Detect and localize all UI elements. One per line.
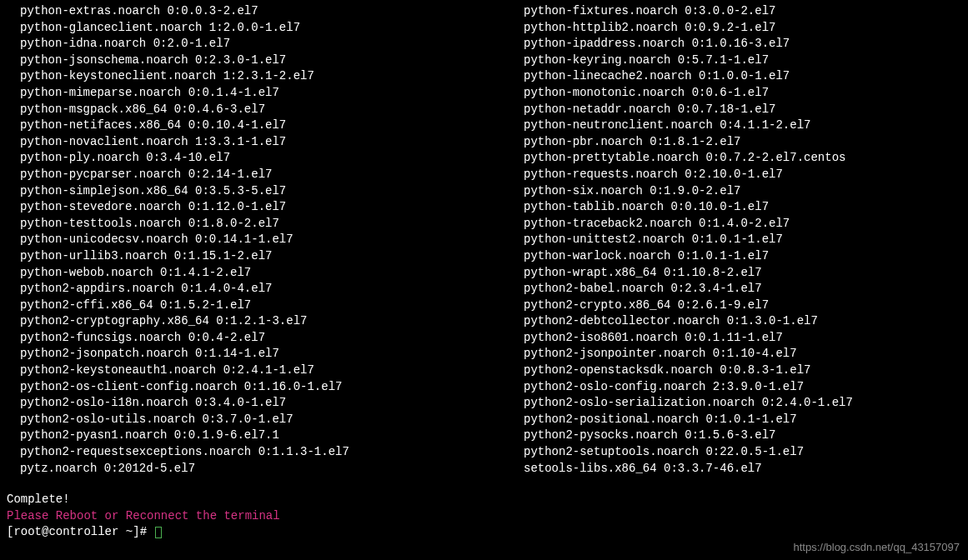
package-line: python-novaclient.noarch 1:3.3.1-1.el7	[20, 134, 507, 151]
package-line: python-ply.noarch 0:3.4-10.el7	[20, 150, 507, 167]
package-line: python-webob.noarch 0:1.4.1-2.el7	[20, 265, 507, 282]
package-line: python-keyring.noarch 0:5.7.1-1.el7	[524, 52, 961, 69]
package-line: python2-oslo-i18n.noarch 0:3.4.0-1.el7	[20, 395, 507, 412]
package-line: python-prettytable.noarch 0:0.7.2-2.el7.…	[524, 150, 961, 167]
shell-prompt: [root@controller ~]#	[7, 525, 153, 538]
package-line: python-traceback2.noarch 0:1.4.0-2.el7	[524, 216, 961, 232]
package-line: python2-keystoneauth1.noarch 0:2.4.1-1.e…	[20, 362, 507, 379]
package-line: python-warlock.noarch 0:1.0.1-1.el7	[524, 248, 961, 265]
package-line: python2-jsonpointer.noarch 0:1.10-4.el7	[524, 346, 961, 362]
package-line: python2-cffi.x86_64 0:1.5.2-1.el7	[20, 298, 507, 314]
package-line: python-stevedore.noarch 0:1.12.0-1.el7	[20, 199, 507, 216]
package-line: python2-setuptools.noarch 0:22.0.5-1.el7	[524, 444, 961, 461]
package-line: python2-crypto.x86_64 0:2.6.1-9.el7	[524, 298, 961, 314]
package-line: python2-debtcollector.noarch 0:1.3.0-1.e…	[524, 313, 961, 330]
package-line: python-monotonic.noarch 0:0.6-1.el7	[524, 85, 961, 102]
package-line: python2-positional.noarch 0:1.0.1-1.el7	[524, 412, 961, 428]
package-line: python-netifaces.x86_64 0:0.10.4-1.el7	[20, 118, 507, 134]
package-line: python2-pyasn1.noarch 0:0.1.9-6.el7.1	[20, 428, 507, 444]
package-line: python2-pysocks.noarch 0:1.5.6-3.el7	[524, 428, 961, 444]
package-line: python-fixtures.noarch 0:3.0.0-2.el7	[524, 3, 961, 20]
package-line: python2-cryptography.x86_64 0:1.2.1-3.el…	[20, 313, 507, 330]
package-line: python-pycparser.noarch 0:2.14-1.el7	[20, 167, 507, 183]
package-columns: python-extras.noarch 0:0.0.3-2.el7python…	[7, 3, 961, 477]
package-line: python-urllib3.noarch 0:1.15.1-2.el7	[20, 248, 507, 265]
package-line: python-ipaddress.noarch 0:1.0.16-3.el7	[524, 36, 961, 52]
shell-prompt-line[interactable]: [root@controller ~]#	[7, 524, 961, 541]
package-line: python-netaddr.noarch 0:0.7.18-1.el7	[524, 102, 961, 118]
package-line: python-glanceclient.noarch 1:2.0.0-1.el7	[20, 20, 507, 37]
package-line: python2-jsonpatch.noarch 0:1.14-1.el7	[20, 346, 507, 362]
package-line: python-unicodecsv.noarch 0:0.14.1-1.el7	[20, 232, 507, 248]
package-line: python-msgpack.x86_64 0:0.4.6-3.el7	[20, 102, 507, 118]
package-line: python2-iso8601.noarch 0:0.1.11-1.el7	[524, 330, 961, 347]
package-column-right: python-fixtures.noarch 0:3.0.0-2.el7pyth…	[524, 3, 961, 477]
package-line: python-testtools.noarch 0:1.8.0-2.el7	[20, 216, 507, 232]
package-line: pytz.noarch 0:2012d-5.el7	[20, 461, 507, 478]
package-line: python-extras.noarch 0:0.0.3-2.el7	[20, 3, 507, 20]
terminal-output: python-extras.noarch 0:0.0.3-2.el7python…	[7, 3, 961, 541]
package-line: python-tablib.noarch 0:0.10.0-1.el7	[524, 199, 961, 216]
package-line: python-httplib2.noarch 0:0.9.2-1.el7	[524, 20, 961, 37]
package-line: python-neutronclient.noarch 0:4.1.1-2.el…	[524, 118, 961, 134]
package-line: python-linecache2.noarch 0:1.0.0-1.el7	[524, 68, 961, 85]
package-line: python2-openstacksdk.noarch 0:0.8.3-1.el…	[524, 362, 961, 379]
watermark-text: https://blog.csdn.net/qq_43157097	[794, 540, 960, 555]
package-line: python2-oslo-utils.noarch 0:3.7.0-1.el7	[20, 412, 507, 428]
package-line: python-six.noarch 0:1.9.0-2.el7	[524, 183, 961, 200]
reboot-message: Please Reboot or Reconnect the terminal	[7, 508, 961, 525]
package-line: python2-requestsexceptions.noarch 0:1.1.…	[20, 444, 507, 461]
package-line: setools-libs.x86_64 0:3.3.7-46.el7	[524, 461, 961, 478]
package-line: python-simplejson.x86_64 0:3.5.3-5.el7	[20, 183, 507, 200]
package-line: python-keystoneclient.noarch 1:2.3.1-2.e…	[20, 68, 507, 85]
package-line: python-jsonschema.noarch 0:2.3.0-1.el7	[20, 52, 507, 69]
package-line: python2-oslo-config.noarch 2:3.9.0-1.el7	[524, 379, 961, 396]
package-column-left: python-extras.noarch 0:0.0.3-2.el7python…	[7, 3, 507, 477]
package-line: python-requests.noarch 0:2.10.0-1.el7	[524, 167, 961, 183]
package-line: python2-funcsigs.noarch 0:0.4-2.el7	[20, 330, 507, 347]
package-line: python2-appdirs.noarch 0:1.4.0-4.el7	[20, 281, 507, 298]
package-line: python-mimeparse.noarch 0:0.1.4-1.el7	[20, 85, 507, 102]
package-line: python2-os-client-config.noarch 0:1.16.0…	[20, 379, 507, 396]
package-line: python-wrapt.x86_64 0:1.10.8-2.el7	[524, 265, 961, 282]
package-line: python-idna.noarch 0:2.0-1.el7	[20, 36, 507, 52]
package-line: python2-oslo-serialization.noarch 0:2.4.…	[524, 395, 961, 412]
package-line: python2-babel.noarch 0:2.3.4-1.el7	[524, 281, 961, 298]
complete-message: Complete!	[7, 492, 961, 508]
package-line: python-pbr.noarch 0:1.8.1-2.el7	[524, 134, 961, 151]
package-line: python-unittest2.noarch 0:1.0.1-1.el7	[524, 232, 961, 248]
cursor-icon	[155, 527, 162, 538]
